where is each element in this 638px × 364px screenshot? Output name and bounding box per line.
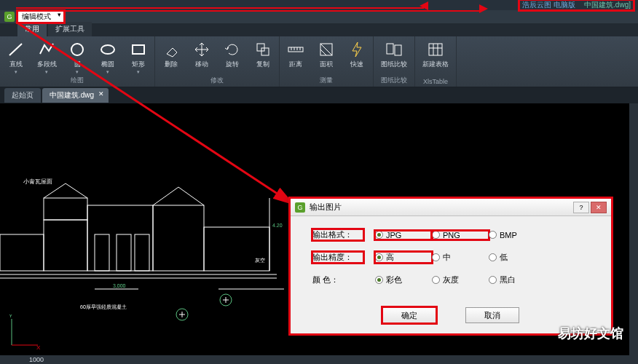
annotation-arrowhead bbox=[473, 4, 488, 13]
svg-rect-20 bbox=[0, 234, 44, 271]
app-icon: G bbox=[295, 202, 305, 213]
app-icon[interactable]: G bbox=[4, 12, 15, 22]
svg-text:4.20: 4.20 bbox=[272, 223, 283, 228]
radio-icon bbox=[432, 231, 440, 239]
radio-icon bbox=[375, 276, 383, 284]
radio-bw[interactable]: 黑白 bbox=[489, 274, 546, 285]
dialog-title: 输出图片 bbox=[310, 202, 342, 213]
area-icon bbox=[318, 41, 335, 58]
svg-line-13 bbox=[320, 50, 326, 55]
radio-color[interactable]: 彩色 bbox=[375, 274, 432, 285]
ok-button[interactable]: 确定 bbox=[382, 307, 436, 323]
radio-icon bbox=[432, 253, 440, 261]
coord-readout: 1000 bbox=[29, 356, 44, 363]
compare-icon bbox=[385, 41, 403, 58]
radio-icon bbox=[375, 231, 383, 239]
area-button[interactable]: 面积 bbox=[313, 38, 339, 69]
cancel-button[interactable]: 取消 bbox=[465, 307, 519, 323]
svg-rect-16 bbox=[429, 44, 442, 55]
watermark: 易坊好文馆 bbox=[558, 325, 623, 342]
annotation-arrow bbox=[64, 10, 482, 12]
svg-text:3,000: 3,000 bbox=[113, 283, 126, 288]
group-label: 图纸比较 bbox=[377, 75, 411, 87]
radio-icon bbox=[375, 253, 383, 261]
svg-text:X: X bbox=[36, 344, 41, 349]
group-xlstable: 新建表格 XlsTable bbox=[415, 36, 457, 87]
radio-bmp[interactable]: BMP bbox=[489, 231, 546, 240]
annotation-arrow bbox=[15, 20, 299, 210]
color-label: 颜 色： bbox=[312, 274, 363, 285]
precision-label: 输出精度： bbox=[312, 252, 363, 263]
quick-button[interactable]: 快速 bbox=[344, 38, 370, 69]
radio-jpg[interactable]: JPG bbox=[375, 231, 432, 240]
radio-gray[interactable]: 灰度 bbox=[432, 274, 489, 285]
radio-icon bbox=[432, 276, 440, 284]
table-icon bbox=[427, 41, 444, 58]
ucs-icon: YX bbox=[7, 314, 42, 349]
group-label: XlsTable bbox=[418, 77, 453, 87]
svg-line-52 bbox=[16, 22, 293, 204]
titlebar-app-name: 浩辰云图 电脑版 bbox=[522, 0, 575, 10]
svg-text:Y: Y bbox=[9, 314, 13, 319]
svg-rect-23 bbox=[87, 205, 153, 271]
svg-rect-25 bbox=[117, 234, 131, 271]
svg-text:60厚早强轻质混凝土: 60厚早强轻质混凝土 bbox=[80, 304, 127, 309]
close-button[interactable]: ✕ bbox=[591, 202, 607, 213]
svg-rect-14 bbox=[387, 44, 393, 54]
radio-icon bbox=[489, 231, 497, 239]
svg-rect-24 bbox=[95, 234, 109, 271]
radio-low[interactable]: 低 bbox=[489, 252, 546, 263]
group-compare: 图纸比较 图纸比较 bbox=[374, 36, 415, 87]
titlebar-filename: 中国建筑.dwg] bbox=[584, 0, 631, 10]
radio-icon bbox=[489, 276, 497, 284]
help-button[interactable]: ? bbox=[573, 202, 589, 213]
compare-button[interactable]: 图纸比较 bbox=[377, 38, 411, 69]
radio-icon bbox=[489, 253, 497, 261]
radio-mid[interactable]: 中 bbox=[432, 252, 489, 263]
radio-high[interactable]: 高 bbox=[375, 252, 432, 263]
svg-rect-26 bbox=[135, 234, 149, 271]
annotation-arrow bbox=[16, 7, 424, 9]
export-image-dialog: G 输出图片 ? ✕ 输出格式： JPG PNG BMP 输出精度： 高 中 低… bbox=[290, 198, 612, 334]
svg-rect-21 bbox=[44, 220, 87, 271]
annotation-arrowhead bbox=[420, 1, 434, 10]
bolt-icon bbox=[348, 41, 366, 58]
format-label: 输出格式： bbox=[312, 229, 363, 240]
svg-line-12 bbox=[320, 44, 332, 55]
svg-rect-15 bbox=[395, 45, 401, 55]
dialog-titlebar[interactable]: G 输出图片 ? ✕ bbox=[291, 199, 611, 216]
svg-text:灰空: 灰空 bbox=[255, 258, 265, 263]
horizontal-scrollbar[interactable]: 1000 bbox=[0, 355, 629, 364]
radio-png[interactable]: PNG bbox=[432, 231, 489, 240]
newtable-button[interactable]: 新建表格 bbox=[418, 38, 453, 69]
svg-rect-27 bbox=[153, 205, 204, 271]
vertical-scrollbar[interactable] bbox=[629, 103, 638, 364]
edit-mode-label: 编辑模式 bbox=[22, 12, 51, 20]
